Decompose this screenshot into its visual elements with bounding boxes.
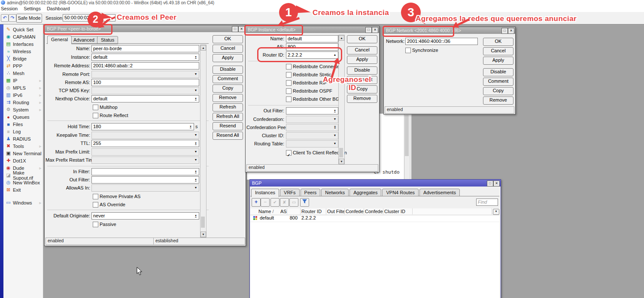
resend-all-button[interactable]: Resend All <box>213 132 243 140</box>
close-icon[interactable]: ✕ <box>238 26 245 32</box>
redistribute-connected-checkbox[interactable] <box>286 64 292 69</box>
peer-max-prefix-limit-input[interactable]: ▼ <box>91 148 199 156</box>
resend-button[interactable]: Resend <box>213 122 243 130</box>
peer-hold-time-input[interactable]: 180▾ <box>91 123 194 130</box>
menu-settings[interactable]: Settings <box>21 6 44 12</box>
terminal-scrollbar-thumb[interactable] <box>405 115 409 156</box>
multihop-checkbox[interactable] <box>93 105 98 110</box>
disable-entry-button[interactable]: ✘ <box>280 198 289 207</box>
dropdown-list-icon[interactable]: ▾ <box>193 54 198 60</box>
sidebar-item-mpls[interactable]: ◎MPLS▹ <box>5 84 42 91</box>
dropdown-icon[interactable]: ▼ <box>193 132 198 138</box>
safe-mode-button[interactable]: Safe Mode <box>16 14 42 23</box>
dropdown-icon[interactable]: ▼ <box>193 149 198 155</box>
column-header-out-filter[interactable]: Out Filter <box>326 208 345 214</box>
instance-name-input[interactable]: default <box>286 35 338 42</box>
route-reflect-checkbox[interactable] <box>93 113 98 118</box>
sidebar-item-ipv6[interactable]: ▥IPv6▹ <box>5 91 42 99</box>
dropdown-icon[interactable]: ▼ <box>332 132 337 138</box>
column-header-confederation-2[interactable]: Confeder... <box>364 208 383 214</box>
remove-private-as-checkbox[interactable] <box>93 194 98 199</box>
dropdown-list-icon[interactable]: ▾ <box>332 108 337 114</box>
comment-button[interactable]: Comment <box>213 75 243 83</box>
remove-entry-button[interactable]: − <box>261 198 270 207</box>
disable-button[interactable]: Disable <box>347 66 377 75</box>
peer-out-filter-input[interactable]: ▾ <box>91 176 199 184</box>
instance-confederation-peers-input[interactable]: ⇕ <box>286 124 338 131</box>
updown-icon[interactable]: ⇕ <box>332 124 337 130</box>
column-dropdown-icon[interactable]: ▼ <box>493 209 499 215</box>
maximize-icon[interactable]: □ <box>365 27 372 33</box>
tab-instances[interactable]: Instances <box>251 189 279 197</box>
disable-button[interactable]: Disable <box>213 66 243 74</box>
peer-nexthop-input[interactable]: default▾ <box>91 95 199 102</box>
refresh-all-button[interactable]: Refresh All <box>213 113 243 121</box>
peer-in-filter-input[interactable]: ▾ <box>91 168 199 175</box>
sidebar-item-files[interactable]: ■Files <box>5 120 42 128</box>
undo-button[interactable]: ↶ <box>1 14 9 22</box>
ok-button[interactable]: OK <box>213 35 243 43</box>
refresh-button[interactable]: Refresh <box>213 103 243 111</box>
bgp-list-titlebar[interactable]: BGP <box>250 180 501 187</box>
dropdown-list-icon[interactable]: ▾ <box>193 140 198 146</box>
redo-button[interactable]: ↷ <box>9 14 16 22</box>
as-override-checkbox[interactable] <box>93 202 98 208</box>
client-to-client-checkbox[interactable]: ✔ <box>286 150 292 156</box>
sidebar-item-system[interactable]: ⚙System▹ <box>5 106 42 113</box>
dropdown-list-icon[interactable]: ▾ <box>193 169 198 175</box>
apply-button[interactable]: Apply <box>483 57 513 65</box>
filter-button[interactable] <box>300 198 309 207</box>
enable-button[interactable]: ✔ <box>270 198 279 207</box>
dropdown-list-icon[interactable]: ▾ <box>193 96 198 102</box>
sidebar-item-mesh[interactable]: ∴Mesh <box>5 69 42 77</box>
apply-button[interactable]: Apply <box>213 54 243 62</box>
disable-button[interactable]: Disable <box>483 68 513 76</box>
sidebar-item-interfaces[interactable]: ▤Interfaces <box>5 40 42 48</box>
add-button[interactable]: + <box>252 198 261 207</box>
remove-button[interactable]: Remove <box>347 95 377 103</box>
instance-cluster-id-input[interactable]: ▼ <box>286 132 338 139</box>
sidebar-item-routing[interactable]: ⇉Routing▹ <box>5 99 42 106</box>
menu-session[interactable]: Session <box>0 6 21 12</box>
peer-remote-as-input[interactable]: 100 <box>91 79 199 86</box>
ok-button[interactable]: OK <box>347 35 377 43</box>
terminal-scrollbar[interactable] <box>404 114 410 180</box>
sidebar-item-ip[interactable]: ▦IP▹ <box>5 77 42 84</box>
redistribute-static-checkbox[interactable] <box>286 72 292 78</box>
sidebar-item-ppp[interactable]: ⇄PPP <box>5 62 42 69</box>
peer-ttl-input[interactable]: 255▾ <box>91 140 199 147</box>
cancel-button[interactable]: Cancel <box>213 45 243 53</box>
column-header-as[interactable]: AS <box>279 208 301 214</box>
close-icon[interactable]: ✕ <box>508 28 514 34</box>
close-icon[interactable]: ✕ <box>372 27 378 33</box>
menu-dashboard[interactable]: Dashboard <box>44 6 73 12</box>
dropdown-icon[interactable]: ▼ <box>193 185 198 191</box>
sidebar-item-new-winbox[interactable]: ◎New WinBox <box>5 179 42 186</box>
ok-button[interactable]: OK <box>483 38 513 46</box>
apply-button[interactable]: Apply <box>347 56 377 64</box>
dropdown-list-icon[interactable]: ▾ <box>188 123 193 129</box>
scroll-up-icon[interactable]: ▲ <box>200 45 206 51</box>
sidebar-item-radius[interactable]: ♟RADIUS <box>5 135 42 142</box>
peer-tcp-md5-input[interactable]: ▼ <box>91 87 199 94</box>
tab-general[interactable]: General <box>47 36 72 44</box>
column-header-confederation-1[interactable]: Confeder... <box>344 208 364 214</box>
column-header-router-id[interactable]: Router ID <box>300 208 326 214</box>
comment-button[interactable]: Comment <box>483 78 513 86</box>
cancel-button[interactable]: Cancel <box>483 47 513 55</box>
sidebar-item-exit[interactable]: ⊠Exit <box>5 186 42 193</box>
instance-out-filter-input[interactable]: ▾ <box>286 107 338 114</box>
scroll-up-icon[interactable]: ▲ <box>339 35 344 41</box>
sidebar-item-bridge[interactable]: ╳Bridge <box>5 55 42 62</box>
sidebar-item-capsman[interactable]: ◉CAPsMAN <box>5 33 42 40</box>
peer-instance-input[interactable]: default▾ <box>91 54 199 61</box>
synchronize-checkbox[interactable] <box>405 48 411 53</box>
instance-scrollbar-thumb[interactable] <box>339 148 343 157</box>
sidebar-item-tools[interactable]: ✖Tools▹ <box>5 142 42 150</box>
sidebar-item-new-terminal[interactable]: ▣New Terminal <box>5 150 42 157</box>
scroll-down-icon[interactable]: ▼ <box>339 159 344 164</box>
sidebar-item-quick-set[interactable]: ✎Quick Set <box>5 26 42 33</box>
dropdown-icon[interactable]: ▼ <box>193 71 198 77</box>
sidebar-item-queues[interactable]: ●Queues <box>5 113 42 120</box>
close-icon[interactable]: ✕ <box>493 181 500 187</box>
